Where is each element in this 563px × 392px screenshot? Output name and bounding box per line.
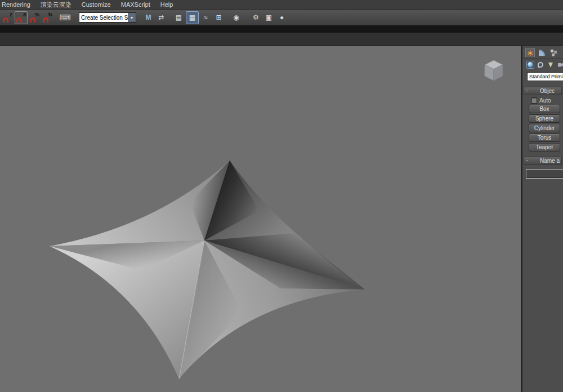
modify-tab[interactable] (537, 48, 547, 57)
hierarchy-tab-icon (551, 50, 553, 52)
command-panel-tabs: ∗ (522, 46, 563, 58)
curve-editor-icon[interactable]: ≈ (200, 12, 212, 24)
mirror-icon[interactable]: M (142, 12, 154, 24)
teapot-button[interactable]: Teapot (529, 143, 560, 152)
render-setup-icon[interactable]: ⚙ (250, 12, 262, 24)
autogrid-label: Auto (539, 97, 551, 104)
name-color-rollout-header[interactable]: - Name a (524, 157, 562, 165)
scene-explorer-icon[interactable]: ▦ (186, 11, 199, 24)
collapse-minus-icon: - (526, 87, 528, 94)
keyboard-override-icon[interactable]: ⌨ (59, 12, 71, 24)
torus-button[interactable]: Torus (529, 133, 560, 142)
schematic-view-icon[interactable]: ⊞ (213, 12, 225, 24)
create-tab-icon: ∗ (526, 48, 534, 57)
shapes-category-icon (538, 62, 543, 68)
rollout-title: Objec (540, 88, 555, 94)
lights-category[interactable] (547, 61, 555, 69)
autogrid-checkbox[interactable] (531, 97, 537, 104)
menu-maxscript[interactable]: MAXScript (116, 0, 155, 9)
modify-tab-icon (539, 50, 545, 56)
material-editor-icon[interactable]: ◉ (230, 12, 242, 24)
align-icon[interactable]: ⇄ (155, 12, 167, 24)
hierarchy-tab[interactable] (549, 48, 558, 57)
rendered-frame-icon[interactable]: ▣ (263, 12, 275, 24)
cylinder-button[interactable]: Cylinder (529, 124, 560, 132)
spinner-snap-icon[interactable]: ↻ (42, 12, 53, 24)
named-selection-set-combo[interactable]: Create Selection Se ▼ (79, 12, 136, 23)
toolbar-lower-strip (0, 25, 563, 33)
snaps-toggle-2d-icon[interactable]: 2 (2, 12, 14, 24)
sphere-button[interactable]: Sphere (529, 114, 560, 123)
viewcube-icon[interactable] (483, 59, 504, 82)
selection-set-value: Create Selection Se (79, 15, 128, 21)
menu-help[interactable]: Help (155, 0, 178, 9)
perspective-viewport[interactable] (0, 46, 521, 392)
shapes-category[interactable] (537, 61, 544, 69)
collapse-minus-icon: - (526, 157, 528, 164)
create-tab[interactable]: ∗ (525, 48, 535, 57)
command-panel: ∗ (521, 46, 563, 392)
main-toolbar: 2 3 % ↻ ⌨ Create Selection Se ▼ M ⇄ ▤ ▦ … (0, 10, 563, 25)
manage-layers-icon[interactable]: ▤ (173, 12, 185, 24)
menu-rendering[interactable]: Rendering (0, 0, 35, 9)
rollout-title: Name a (540, 158, 560, 164)
menu-customize[interactable]: Customize (77, 0, 116, 9)
percent-snap-icon[interactable]: % (29, 12, 41, 24)
box-button[interactable]: Box (529, 105, 560, 113)
menu-cloud-render[interactable]: 渲染云渲染 (35, 0, 77, 9)
cameras-category[interactable] (557, 61, 563, 69)
geometry-category[interactable] (526, 61, 534, 69)
autogrid-row: Auto (531, 97, 563, 104)
viewport-header-strip (0, 33, 563, 46)
object-name-field[interactable] (526, 169, 563, 179)
3ds-max-window: Rendering 渲染云渲染 Customize MAXScript Help… (0, 0, 563, 392)
combo-dropdown-arrow-icon[interactable]: ▼ (128, 13, 136, 22)
menu-bar: Rendering 渲染云渲染 Customize MAXScript Help (0, 0, 563, 10)
object-class-dropdown[interactable]: Standard Primiti (527, 72, 563, 81)
lights-category-icon (548, 63, 553, 68)
object-type-rollout-header[interactable]: - Objec (524, 87, 562, 95)
cameras-category-icon (558, 63, 563, 67)
render-production-icon[interactable]: ● (276, 12, 288, 24)
main-area: ∗ (0, 46, 563, 392)
create-categories (522, 58, 563, 71)
geometry-category-icon (528, 62, 533, 68)
curved-surface-object[interactable] (0, 46, 521, 392)
snaps-toggle-3d-icon[interactable]: 3 (15, 11, 28, 24)
